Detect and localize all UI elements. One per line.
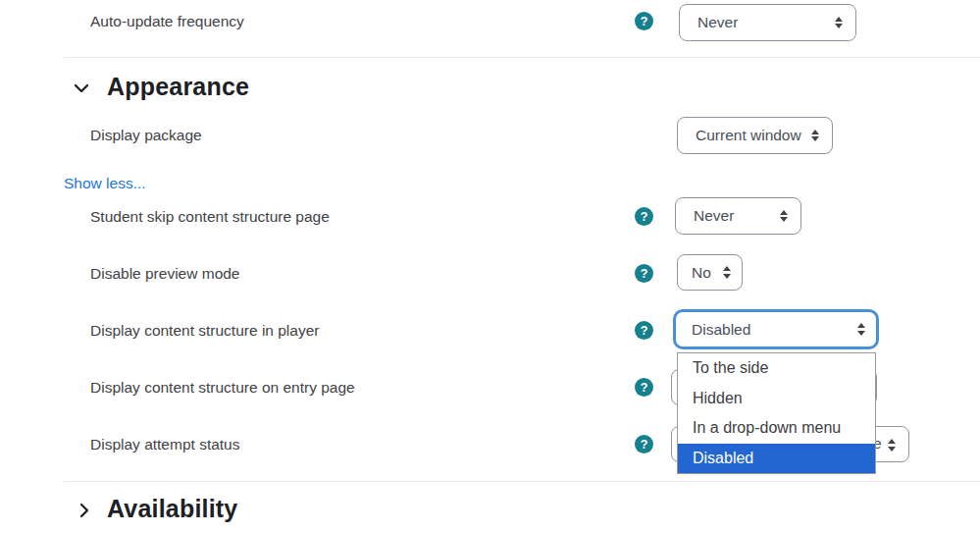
availability-section-title[interactable]: Availability (107, 495, 237, 523)
help-glyph: ? (641, 324, 648, 338)
help-glyph: ? (641, 381, 648, 395)
select-arrows-icon (780, 210, 788, 223)
dropdown-option-to-the-side[interactable]: To the side (678, 353, 875, 384)
help-glyph: ? (641, 438, 648, 452)
auto-update-frequency-select[interactable]: Never (679, 4, 856, 41)
help-glyph: ? (641, 267, 648, 281)
dropdown-option-hidden[interactable]: Hidden (678, 384, 875, 414)
help-glyph: ? (641, 210, 648, 224)
help-icon[interactable]: ? (635, 435, 653, 453)
help-glyph: ? (641, 15, 648, 28)
student-skip-label: Student skip content structure page (90, 208, 330, 226)
structure-player-label: Display content structure in player (90, 322, 319, 340)
select-value: Disabled (692, 321, 750, 339)
help-icon[interactable]: ? (635, 321, 653, 340)
dropdown-option-disabled-selected[interactable]: Disabled (678, 444, 875, 474)
chevron-right-icon[interactable] (75, 501, 94, 520)
chevron-down-icon[interactable] (72, 79, 91, 98)
structure-player-dropdown-menu: To the side Hidden In a drop-down menu D… (677, 352, 876, 474)
disable-preview-select[interactable]: No (677, 254, 743, 291)
select-value: Never (697, 14, 738, 31)
help-icon[interactable]: ? (635, 12, 653, 30)
select-arrows-icon (835, 17, 843, 29)
help-icon[interactable]: ? (635, 207, 653, 226)
attempt-status-label: Display attempt status (90, 436, 239, 453)
section-divider (64, 481, 980, 482)
display-package-label: Display package (90, 127, 202, 144)
select-value: Never (694, 207, 734, 225)
scorm-settings-form: Auto-update frequency ? Never Appearance… (0, 0, 980, 533)
show-less-link[interactable]: Show less... (64, 175, 146, 192)
select-value: Current window (696, 127, 801, 144)
display-package-select[interactable]: Current window (677, 117, 833, 154)
auto-update-frequency-label: Auto-update frequency (90, 13, 244, 30)
structure-player-select[interactable]: Disabled (673, 309, 879, 349)
structure-entry-label: Display content structure on entry page (90, 379, 355, 397)
disable-preview-label: Disable preview mode (90, 265, 240, 283)
select-arrows-icon (723, 266, 731, 279)
select-value: No (692, 264, 711, 282)
appearance-section-title[interactable]: Appearance (107, 73, 249, 101)
select-arrows-icon (888, 439, 896, 452)
help-icon[interactable]: ? (635, 264, 653, 283)
select-arrows-icon (811, 130, 819, 142)
select-arrows-icon (857, 323, 865, 336)
dropdown-option-drop-down-menu[interactable]: In a drop-down menu (678, 413, 875, 444)
section-divider (64, 57, 980, 58)
help-icon[interactable]: ? (635, 378, 653, 397)
student-skip-select[interactable]: Never (675, 197, 801, 235)
